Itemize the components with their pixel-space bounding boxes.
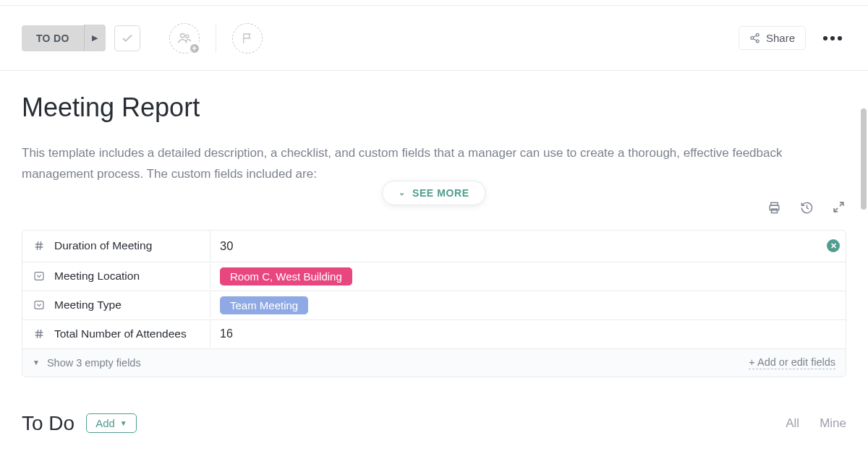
svg-line-6: [753, 38, 756, 40]
content: Meeting Report This template includes a …: [0, 71, 868, 435]
flag-icon: [241, 32, 254, 45]
status-next-button[interactable]: ▶: [84, 25, 106, 51]
mark-complete-button[interactable]: [114, 25, 140, 51]
play-icon: ▶: [92, 33, 98, 43]
add-assignee-badge: +: [189, 43, 200, 54]
hash-icon: [33, 327, 46, 340]
tag-value: Room C, West Building: [220, 267, 352, 285]
dropdown-icon: [33, 270, 46, 283]
field-label-cell: Meeting Type: [22, 292, 210, 318]
field-row: Duration of Meeting 30 ✕: [22, 231, 846, 262]
share-label: Share: [766, 32, 795, 44]
see-more-label: SEE MORE: [412, 187, 469, 199]
svg-line-10: [40, 241, 41, 250]
field-label: Duration of Meeting: [54, 239, 152, 252]
fields-footer: ▼ Show 3 empty fields + Add or edit fiel…: [22, 349, 846, 377]
toolbar-separator: [216, 24, 216, 53]
svg-rect-12: [35, 301, 43, 309]
field-row: Meeting Location Room C, West Building: [22, 262, 846, 291]
field-value: 30: [220, 239, 233, 253]
history-icon[interactable]: [800, 201, 814, 218]
more-menu-button[interactable]: [819, 32, 846, 45]
field-label-cell: Meeting Location: [22, 263, 210, 289]
content-action-icons: [767, 201, 845, 218]
caret-down-icon: ▼: [120, 419, 127, 427]
todo-section: To Do Add ▼ All Mine: [22, 412, 846, 435]
svg-point-1: [185, 35, 188, 38]
svg-rect-19: [772, 209, 778, 213]
show-empty-label: Show 3 empty fields: [47, 357, 141, 369]
field-row: Meeting Type Team Meeting: [22, 291, 846, 320]
chevron-down-icon: ⌄: [399, 188, 406, 197]
svg-line-5: [753, 35, 756, 38]
add-edit-fields-link[interactable]: + Add or edit fields: [749, 356, 835, 369]
share-button[interactable]: Share: [739, 26, 806, 50]
show-empty-fields-toggle[interactable]: ▼ Show 3 empty fields: [33, 357, 141, 369]
svg-point-0: [180, 33, 184, 38]
page-title: Meeting Report: [22, 93, 846, 123]
add-label: Add: [95, 417, 115, 429]
field-label: Total Number of Attendees: [54, 327, 187, 340]
status-group: TO DO ▶: [22, 25, 106, 51]
field-value-cell[interactable]: 16: [210, 323, 846, 345]
filter-mine[interactable]: Mine: [820, 416, 846, 431]
see-more-button[interactable]: ⌄ SEE MORE: [382, 181, 485, 205]
caret-down-icon: ▼: [33, 358, 40, 366]
svg-point-4: [756, 40, 759, 43]
assignees-button[interactable]: +: [169, 23, 200, 53]
todo-title: To Do: [22, 412, 75, 435]
toolbar-right: Share: [739, 26, 846, 50]
see-more-wrap: ⌄ SEE MORE: [22, 178, 846, 201]
todo-filters: All Mine: [786, 416, 846, 431]
todo-header-left: To Do Add ▼: [22, 412, 137, 435]
tag-value: Team Meeting: [220, 296, 308, 314]
expand-icon[interactable]: [833, 201, 845, 218]
priority-button[interactable]: [232, 23, 263, 53]
add-todo-button[interactable]: Add ▼: [86, 413, 137, 433]
svg-line-9: [37, 241, 38, 250]
field-value-cell[interactable]: Room C, West Building: [210, 263, 846, 290]
field-label-cell: Duration of Meeting: [22, 231, 210, 261]
print-icon[interactable]: [767, 201, 781, 218]
svg-rect-11: [35, 272, 43, 280]
field-label-cell: Total Number of Attendees: [22, 321, 210, 347]
field-value: 16: [220, 327, 233, 340]
field-label: Meeting Type: [54, 298, 122, 312]
svg-point-3: [751, 37, 754, 40]
window-top-border: [0, 0, 868, 6]
svg-line-16: [40, 330, 41, 338]
custom-fields-table: Duration of Meeting 30 ✕ Meeting Locatio…: [22, 230, 846, 377]
hash-icon: [33, 239, 46, 252]
check-icon: [121, 32, 134, 45]
share-icon: [749, 33, 760, 43]
field-row: Total Number of Attendees 16: [22, 320, 846, 349]
dropdown-icon: [33, 298, 46, 312]
toolbar: TO DO ▶ + Share: [0, 6, 868, 71]
people-icon: [176, 30, 192, 46]
scrollbar[interactable]: [861, 108, 867, 210]
svg-line-15: [37, 330, 38, 338]
field-label: Meeting Location: [54, 270, 140, 283]
filter-all[interactable]: All: [786, 416, 799, 431]
svg-point-2: [756, 33, 759, 36]
status-button[interactable]: TO DO: [22, 25, 84, 51]
field-value-cell[interactable]: Team Meeting: [210, 292, 846, 319]
clear-field-button[interactable]: ✕: [827, 239, 840, 252]
field-value-cell[interactable]: 30: [210, 231, 846, 262]
